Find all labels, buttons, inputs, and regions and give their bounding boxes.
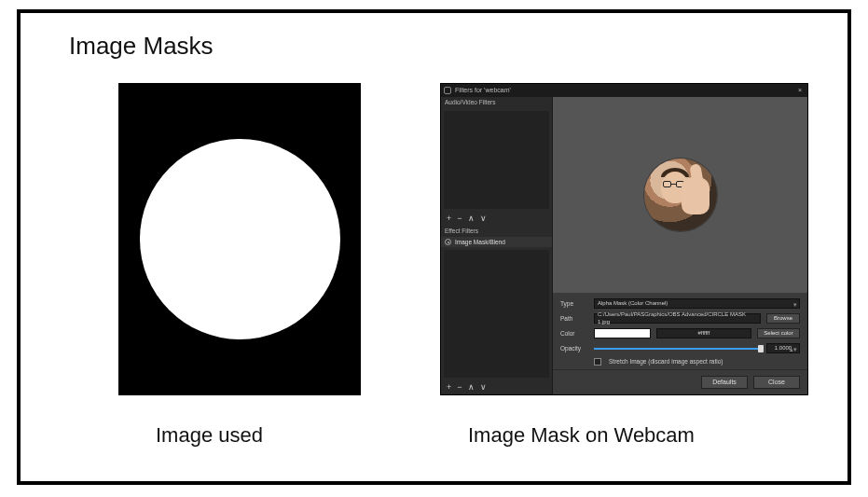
browse-button[interactable]: Browse xyxy=(766,313,800,324)
opacity-label: Opacity xyxy=(560,345,588,352)
add-effect-filter-button[interactable]: + xyxy=(447,382,451,393)
effect-filter-name: Image Mask/Blend xyxy=(455,239,505,246)
caption-image-mask-webcam: Image Mask on Webcam xyxy=(468,423,695,448)
dialog-title: Filters for 'webcam' xyxy=(455,87,795,94)
effect-filters-label: Effect Filters xyxy=(441,226,552,237)
type-select[interactable]: Alpha Mask (Color Channel) ▾ xyxy=(594,298,800,309)
dialog-footer: Defaults Close xyxy=(553,369,807,394)
remove-av-filter-button[interactable]: − xyxy=(457,214,462,224)
effect-filters-list[interactable] xyxy=(444,250,549,378)
chevron-down-icon: ▾ xyxy=(793,301,797,308)
spin-arrows-icon: ▴▾ xyxy=(790,346,797,352)
opacity-slider[interactable] xyxy=(594,343,761,353)
defaults-button[interactable]: Defaults xyxy=(701,376,748,389)
audio-video-filters-label: Audio/Video Filters xyxy=(441,97,552,108)
select-color-button[interactable]: Select color xyxy=(757,328,800,338)
audio-video-filters-list[interactable] xyxy=(444,111,549,209)
stretch-label: Stretch Image (discard image aspect rati… xyxy=(609,358,723,366)
caption-image-used: Image used xyxy=(156,423,263,448)
stretch-checkbox[interactable] xyxy=(594,358,601,366)
path-label: Path xyxy=(560,315,588,323)
properties-form: Type Alpha Mask (Color Channel) ▾ Path C… xyxy=(553,293,807,369)
opacity-spinbox[interactable]: 1.0000 ▴▾ xyxy=(766,343,800,353)
type-label: Type xyxy=(560,300,588,308)
slider-thumb[interactable] xyxy=(758,345,764,352)
close-icon[interactable]: × xyxy=(795,86,805,95)
visibility-toggle-icon[interactable] xyxy=(445,239,451,245)
color-label: Color xyxy=(560,330,588,338)
remove-effect-filter-button[interactable]: − xyxy=(457,382,462,393)
type-row: Type Alpha Mask (Color Channel) ▾ xyxy=(560,298,800,309)
path-value: C:/Users/Paul/PASGraphics/OBS Advanced/C… xyxy=(598,311,757,324)
move-effect-filter-down-button[interactable]: ∨ xyxy=(480,382,487,393)
filters-dialog: Filters for 'webcam' × Audio/Video Filte… xyxy=(440,83,808,395)
filter-properties-panel: Type Alpha Mask (Color Channel) ▾ Path C… xyxy=(553,97,807,394)
mask-image-used xyxy=(118,83,361,395)
effect-filter-item[interactable]: Image Mask/Blend xyxy=(441,237,552,248)
add-av-filter-button[interactable]: + xyxy=(447,214,451,224)
color-hex-display: #ffffff xyxy=(656,328,751,338)
stretch-row: Stretch Image (discard image aspect rati… xyxy=(560,358,800,366)
effect-controls: + − ∧ ∨ xyxy=(441,380,552,394)
mask-circle-shape xyxy=(140,139,340,339)
move-effect-filter-up-button[interactable]: ∧ xyxy=(468,382,475,393)
filters-sidebar: Audio/Video Filters + − ∧ ∨ Effect Filte… xyxy=(441,97,553,394)
document-frame: Image Masks Filters for 'webcam' × Audio… xyxy=(17,9,851,485)
type-value: Alpha Mask (Color Channel) xyxy=(598,300,668,307)
filter-preview xyxy=(553,97,807,293)
move-av-filter-up-button[interactable]: ∧ xyxy=(468,214,475,224)
close-button[interactable]: Close xyxy=(753,376,800,389)
window-icon xyxy=(444,87,451,94)
dialog-body: Audio/Video Filters + − ∧ ∨ Effect Filte… xyxy=(441,97,807,394)
audio-video-controls: + − ∧ ∨ xyxy=(441,212,552,226)
page-title: Image Masks xyxy=(69,32,214,61)
color-swatch[interactable] xyxy=(594,328,651,338)
path-row: Path C:/Users/Paul/PASGraphics/OBS Advan… xyxy=(560,313,800,324)
path-input[interactable]: C:/Users/Paul/PASGraphics/OBS Advanced/C… xyxy=(594,313,761,324)
move-av-filter-down-button[interactable]: ∨ xyxy=(480,214,487,224)
masked-webcam-preview xyxy=(644,159,717,231)
color-row: Color #ffffff Select color xyxy=(560,328,800,338)
opacity-row: Opacity 1.0000 ▴▾ xyxy=(560,343,800,353)
dialog-titlebar: Filters for 'webcam' × xyxy=(441,84,807,97)
